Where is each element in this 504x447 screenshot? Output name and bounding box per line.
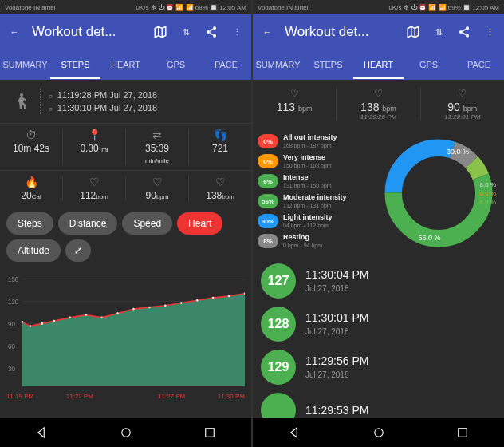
more-icon[interactable]: ⋮ (482, 24, 498, 40)
svg-point-26 (196, 299, 198, 302)
nav-back-icon[interactable] (288, 425, 302, 440)
svg-point-18 (69, 317, 71, 319)
hr-summary: ♡113 bpm ♡138 bpm11:29:26 PM ♡90 bpm11:2… (253, 80, 504, 129)
metric-pills: Steps Distance Speed Heart Altitude ⤢ (0, 206, 251, 268)
zone-row: 30%Light intensity94 bpm - 112 bpm (258, 213, 379, 229)
svg-point-32 (466, 26, 469, 30)
clock-icon: ⏱ (0, 129, 62, 143)
page-title: Workout det... (285, 24, 396, 40)
time-range: 11:19:28 PM Jul 27, 2018 11:30:10 PM Jul… (0, 80, 251, 123)
pill-distance[interactable]: Distance (58, 212, 118, 235)
swap-icon[interactable]: ⇅ (431, 24, 447, 40)
tab-heart[interactable]: HEART (353, 50, 404, 79)
heart-chart: 150 120 90 60 30 (0, 268, 251, 393)
list-item[interactable]: 11:29:53 PM (261, 389, 496, 418)
android-nav (253, 418, 504, 447)
svg-point-22 (132, 308, 134, 311)
svg-point-23 (148, 307, 150, 309)
pill-heart[interactable]: Heart (177, 212, 222, 235)
svg-point-25 (180, 302, 182, 304)
pill-fullscreen[interactable]: ⤢ (65, 239, 91, 262)
donut-label: 56.0 % (419, 234, 441, 242)
tab-gps[interactable]: GPS (404, 50, 454, 79)
tab-summary[interactable]: SUMMARY (253, 50, 303, 79)
svg-point-17 (53, 320, 55, 322)
tab-steps[interactable]: STEPS (303, 50, 353, 79)
share-icon[interactable] (203, 24, 219, 40)
svg-point-30 (121, 429, 130, 437)
app-header: ← Workout det... ⇅ ⋮ (253, 14, 504, 49)
svg-text:60: 60 (8, 342, 15, 350)
svg-point-15 (30, 325, 31, 327)
nav-recent-icon[interactable] (455, 425, 470, 440)
donut-label: 8.0 % (480, 181, 496, 188)
page-title: Workout det... (32, 24, 143, 40)
map-icon[interactable] (405, 24, 421, 40)
svg-point-20 (100, 317, 102, 319)
tab-pace[interactable]: PACE (201, 50, 251, 79)
tab-pace[interactable]: PACE (454, 50, 504, 79)
android-nav (0, 418, 251, 447)
back-icon[interactable]: ← (259, 24, 275, 40)
zone-row: 56%Moderate intensity112 bpm - 131 bpm (258, 193, 379, 209)
svg-point-24 (164, 304, 166, 307)
tab-bar: SUMMARY STEPS HEART GPS PACE (253, 49, 504, 80)
pill-altitude[interactable]: Altitude (6, 239, 61, 262)
nav-home-icon[interactable] (119, 425, 133, 440)
svg-point-19 (85, 314, 86, 316)
zone-row: 6%Intense131 bpm - 150 bpm (258, 173, 379, 189)
hr-zones: 0%All out intensity168 bpm - 187 bpm 0%V… (253, 129, 504, 259)
end-time: 11:30:10 PM Jul 27, 2018 (49, 101, 243, 114)
svg-point-33 (459, 30, 463, 34)
tab-steps[interactable]: STEPS (50, 50, 100, 79)
status-bar: Vodafone IN airtel 0K/s ✻ ⏻ ⏰ 📶 📶 69% 🔲 … (253, 0, 504, 14)
zone-row: 0%Very intense150 bpm - 168 bpm (258, 153, 379, 169)
heart-min-icon: ♡ (126, 176, 188, 190)
svg-rect-31 (205, 429, 214, 437)
stats-row-2: 🔥20Cal ♡112bpm ♡90bpm ♡138bpm (0, 170, 251, 206)
donut-label: 6.0 % (480, 199, 496, 206)
zone-row: 8%Resting0 bpm - 94 bpm (258, 233, 379, 249)
svg-point-16 (41, 322, 43, 325)
svg-point-34 (466, 34, 469, 38)
share-icon[interactable] (456, 24, 472, 40)
nav-home-icon[interactable] (372, 425, 386, 440)
chart-x-axis: 11:19 PM11:22 PM11:27 PM11:30 PM (0, 393, 251, 400)
tab-bar: SUMMARY STEPS HEART GPS PACE (0, 49, 251, 80)
heart-icon: ♡ (253, 88, 336, 101)
tab-gps[interactable]: GPS (151, 50, 201, 79)
svg-text:90: 90 (8, 319, 15, 327)
more-icon[interactable]: ⋮ (229, 24, 245, 40)
svg-point-14 (22, 321, 23, 323)
pin-icon: 📍 (63, 129, 125, 143)
heart-max-icon: ♡ (337, 88, 419, 101)
tab-heart[interactable]: HEART (100, 50, 151, 79)
svg-text:120: 120 (8, 297, 19, 305)
donut-label: 0.0 % (480, 190, 496, 197)
svg-text:30: 30 (8, 364, 15, 372)
hr-donut-chart: 30.0 % 8.0 % 0.0 % 6.0 % 56.0 % (379, 133, 500, 255)
swap-icon[interactable]: ⇅ (178, 24, 194, 40)
list-item[interactable]: 12811:30:01 PMJul 27, 2018 (261, 303, 496, 346)
svg-rect-41 (458, 429, 467, 437)
feet-icon: 👣 (189, 129, 251, 143)
stats-row-1: ⏱10m 42s 📍0.30 mi ⇄35:39min/mile 👣721 (0, 123, 251, 170)
nav-back-icon[interactable] (35, 425, 49, 440)
svg-point-21 (116, 312, 118, 314)
nav-recent-icon[interactable] (203, 425, 217, 440)
start-time: 11:19:28 PM Jul 27, 2018 (49, 89, 243, 101)
fire-icon: 🔥 (0, 176, 62, 190)
tab-summary[interactable]: SUMMARY (0, 50, 50, 79)
pill-steps[interactable]: Steps (6, 212, 53, 235)
map-icon[interactable] (152, 24, 168, 40)
phone-steps-screen: Vodafone IN airtel 0K/s ✻ ⏻ ⏰ 📶 📶 68% 🔲 … (0, 0, 251, 447)
zone-row: 0%All out intensity168 bpm - 187 bpm (258, 133, 379, 149)
list-item[interactable]: 12711:30:04 PMJul 27, 2018 (261, 259, 496, 303)
app-header: ← Workout det... ⇅ ⋮ (0, 14, 251, 49)
heart-min-icon: ♡ (421, 88, 504, 101)
pill-speed[interactable]: Speed (122, 212, 172, 235)
status-bar: Vodafone IN airtel 0K/s ✻ ⏻ ⏰ 📶 📶 68% 🔲 … (0, 0, 251, 14)
back-icon[interactable]: ← (6, 24, 22, 40)
svg-point-27 (212, 297, 214, 299)
list-item[interactable]: 12911:29:56 PMJul 27, 2018 (261, 346, 496, 389)
